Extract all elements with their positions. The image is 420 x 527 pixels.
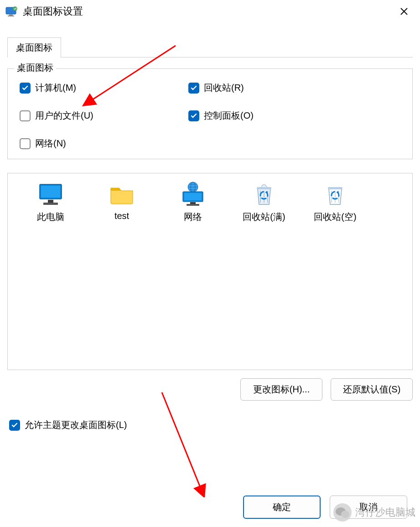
svg-rect-15 [328, 187, 342, 189]
checkbox-userfiles[interactable] [20, 110, 31, 121]
titlebar: 桌面图标设置 [0, 0, 420, 23]
icon-label: test [114, 211, 129, 221]
preview-item-recycle-full[interactable]: 回收站(满) [228, 181, 300, 223]
svg-rect-13 [187, 204, 199, 206]
folder-icon [108, 182, 135, 207]
desktop-icons-group: 桌面图标 计算机(M) 回收站(R) 用户的文件(U) [7, 68, 413, 159]
window-title: 桌面图标设置 [23, 5, 83, 18]
checkbox-row-recycle[interactable]: 回收站(R) [188, 82, 400, 94]
icon-label: 此电脑 [37, 211, 64, 223]
check-icon [21, 84, 29, 92]
icon-label: 回收站(空) [314, 211, 356, 223]
checkbox-label: 用户的文件(U) [35, 110, 93, 122]
check-icon [11, 422, 18, 429]
checkbox-row-computer[interactable]: 计算机(M) [20, 82, 188, 94]
svg-rect-6 [48, 200, 53, 203]
icon-action-buttons: 更改图标(H)... 还原默认值(S) [7, 378, 413, 401]
tab-label: 桌面图标 [16, 42, 52, 52]
checkbox-computer[interactable] [20, 83, 31, 94]
icon-label: 回收站(满) [243, 211, 285, 223]
svg-rect-2 [8, 16, 14, 16]
svg-point-3 [13, 6, 17, 11]
group-legend: 桌面图标 [14, 62, 56, 74]
this-pc-icon [37, 182, 64, 207]
svg-rect-5 [41, 186, 60, 198]
checkbox-row-controlpanel[interactable]: 控制面板(O) [188, 110, 400, 122]
app-icon [5, 6, 18, 17]
svg-rect-1 [9, 15, 13, 16]
recycle-full-icon [250, 182, 278, 207]
close-icon [400, 7, 408, 16]
checkbox-row-network[interactable]: 网络(N) [20, 137, 188, 150]
svg-rect-11 [184, 193, 202, 200]
svg-rect-12 [190, 202, 196, 204]
checkbox-recycle[interactable] [188, 83, 199, 94]
cancel-button[interactable]: 取消 [330, 496, 407, 519]
dialog-footer-buttons: 确定 取消 [243, 496, 407, 519]
checkbox-allow-themes[interactable] [9, 420, 20, 431]
icon-preview-list: 此电脑 test [7, 173, 413, 370]
allow-themes-label: 允许主题更改桌面图标(L) [25, 419, 127, 431]
tab-strip: 桌面图标 [7, 37, 413, 57]
preview-item-recycle-empty[interactable]: 回收站(空) [300, 181, 371, 223]
icon-label: 网络 [184, 211, 202, 223]
checkbox-label: 控制面板(O) [204, 110, 254, 122]
preview-item-network[interactable]: 网络 [157, 181, 228, 223]
dialog-content: 桌面图标 桌面图标 计算机(M) 回收站(R) 用户的文件(U) [0, 23, 420, 440]
recycle-empty-icon [321, 182, 349, 207]
checkbox-label: 计算机(M) [35, 82, 76, 94]
restore-default-button[interactable]: 还原默认值(S) [331, 378, 413, 401]
check-icon [190, 112, 197, 120]
checkbox-network[interactable] [20, 138, 31, 149]
checkbox-controlpanel[interactable] [188, 110, 199, 121]
check-icon [190, 84, 197, 92]
change-icon-button[interactable]: 更改图标(H)... [240, 378, 322, 401]
close-button[interactable] [394, 4, 415, 19]
checkbox-label: 回收站(R) [204, 82, 244, 94]
ok-button[interactable]: 确定 [243, 496, 321, 519]
svg-rect-7 [43, 203, 58, 205]
allow-themes-row[interactable]: 允许主题更改桌面图标(L) [9, 419, 413, 431]
preview-item-this-pc[interactable]: 此电脑 [15, 181, 86, 223]
checkbox-row-userfiles[interactable]: 用户的文件(U) [20, 110, 188, 122]
network-icon [179, 182, 207, 207]
checkbox-label: 网络(N) [35, 137, 66, 150]
preview-item-test-folder[interactable]: test [86, 181, 157, 223]
svg-rect-14 [257, 187, 271, 189]
tab-desktop-icons[interactable]: 桌面图标 [7, 37, 61, 57]
